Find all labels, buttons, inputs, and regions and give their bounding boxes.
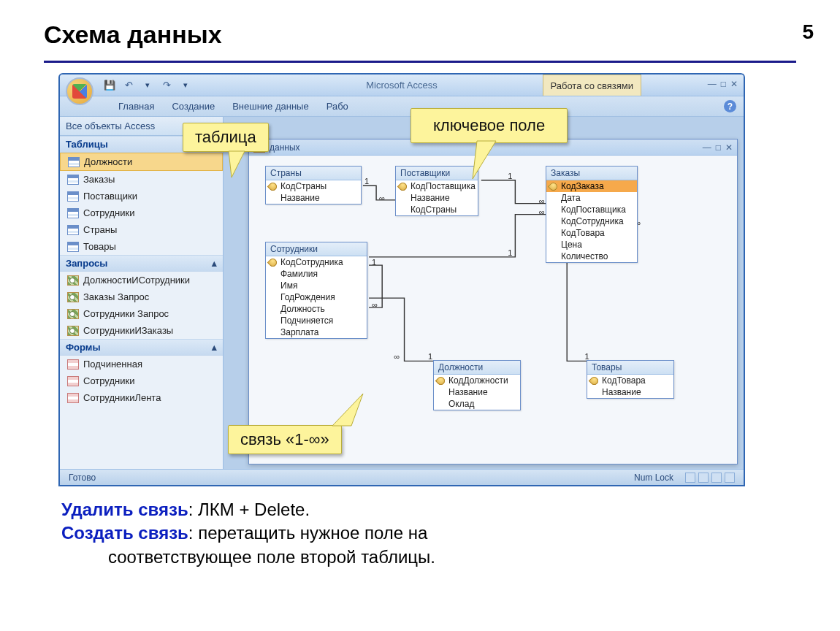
svg-text:1: 1 bbox=[364, 177, 369, 186]
nav-item[interactable]: Заказы Запрос bbox=[60, 288, 223, 305]
callout-tail-icon bbox=[332, 404, 369, 433]
redo-icon[interactable]: ↷ bbox=[159, 78, 174, 93]
status-left: Готово bbox=[69, 473, 96, 483]
ribbon-tab-db-tools[interactable]: Рабо bbox=[327, 101, 348, 112]
context-tab[interactable]: Работа со связями bbox=[543, 74, 642, 96]
callout-key-field: ключевое поле bbox=[411, 108, 568, 143]
titlebar: 💾 ↶ ▾ ↷ ▾ Microsoft Access Работа со свя… bbox=[60, 74, 744, 96]
schema-table-title: Товары bbox=[587, 361, 673, 375]
schema-table-sotrudniki[interactable]: СотрудникиКодСотрудникаФамилияИмяГодРожд… bbox=[265, 242, 367, 339]
nav-item[interactable]: СотрудникиИЗаказы bbox=[60, 322, 223, 339]
create-relation-label: Создать связь bbox=[61, 523, 188, 543]
schema-field[interactable]: КодПоставщика bbox=[546, 204, 637, 215]
ribbon-tab-home[interactable]: Главная bbox=[118, 101, 154, 112]
nav-item[interactable]: Поставщики bbox=[60, 188, 223, 204]
schema-table-postavshiki[interactable]: ПоставщикиКодПоставщикаНазваниеКодСтраны bbox=[395, 166, 478, 216]
schema-table-title: Страны bbox=[266, 167, 361, 180]
schema-field[interactable]: Имя bbox=[266, 280, 367, 291]
svg-text:∞: ∞ bbox=[372, 301, 378, 310]
ribbon-tabs: Главная Создание Внешние данные Рабо ? bbox=[60, 96, 744, 117]
svg-text:∞: ∞ bbox=[539, 196, 545, 205]
schema-field[interactable]: КодТовара bbox=[587, 375, 673, 386]
callout-relation: связь «1-∞» bbox=[228, 425, 342, 454]
schema-field[interactable]: Название bbox=[434, 386, 520, 398]
schema-field[interactable]: КодСтраны bbox=[266, 180, 361, 192]
nav-item[interactable]: Сотрудники bbox=[60, 372, 223, 389]
ribbon-tab-create[interactable]: Создание bbox=[172, 101, 215, 112]
nav-item-label: ДолжностиИСотрудники bbox=[83, 275, 190, 286]
schema-field[interactable]: Зарплата bbox=[266, 326, 367, 338]
schema-field[interactable]: Фамилия bbox=[266, 268, 367, 280]
close-icon[interactable]: ✕ bbox=[730, 79, 738, 89]
table-icon bbox=[67, 191, 79, 202]
nav-item[interactable]: ДолжностиИСотрудники bbox=[60, 272, 223, 288]
callout-tail-icon bbox=[229, 151, 258, 180]
delete-relation-label: Удалить связь bbox=[61, 500, 188, 519]
schema-field[interactable]: КодСотрудника bbox=[546, 215, 637, 227]
nav-item[interactable]: Сотрудники Запрос bbox=[60, 305, 223, 322]
schema-table-title: Сотрудники bbox=[266, 242, 367, 256]
navigation-pane: Все объекты Access ▾ « Таблицы▴Должности… bbox=[60, 117, 224, 469]
schema-field[interactable]: Название bbox=[266, 192, 361, 204]
schema-field[interactable]: КодСотрудника bbox=[266, 256, 367, 268]
save-icon[interactable]: 💾 bbox=[102, 78, 117, 93]
undo-icon[interactable]: ↶ bbox=[121, 78, 136, 93]
schema-field[interactable]: Оклад bbox=[434, 398, 520, 410]
nav-item[interactable]: Страны bbox=[60, 221, 223, 238]
undo-dropdown-icon[interactable]: ▾ bbox=[140, 78, 155, 93]
nav-item-label: Сотрудники bbox=[83, 207, 134, 218]
access-window: 💾 ↶ ▾ ↷ ▾ Microsoft Access Работа со свя… bbox=[58, 73, 745, 486]
schema-field[interactable]: КодЗаказа bbox=[546, 180, 637, 192]
child-maximize-icon[interactable]: □ bbox=[716, 142, 721, 153]
nav-item[interactable]: Должности bbox=[60, 153, 223, 171]
schema-table-title: Поставщики bbox=[396, 167, 478, 180]
nav-item-label: Должности bbox=[84, 156, 132, 167]
schema-field[interactable]: Название bbox=[587, 386, 673, 398]
schema-table-tovary[interactable]: ТоварыКодТовараНазвание bbox=[587, 360, 674, 399]
schema-table-strany[interactable]: СтраныКодСтраныНазвание bbox=[265, 166, 362, 204]
schema-table-dolzhnosti[interactable]: ДолжностиКодДолжностиНазваниеОклад bbox=[433, 360, 521, 410]
schema-field[interactable]: Цена bbox=[546, 239, 637, 251]
schema-field[interactable]: ГодРождения bbox=[266, 291, 367, 303]
child-minimize-icon[interactable]: — bbox=[703, 142, 711, 153]
svg-text:1: 1 bbox=[508, 248, 512, 257]
nav-group-header[interactable]: Формы▴ bbox=[60, 339, 223, 356]
query-icon bbox=[67, 326, 79, 336]
callout-table: таблица bbox=[183, 123, 269, 152]
maximize-icon[interactable]: □ bbox=[721, 79, 726, 89]
ribbon-tab-external[interactable]: Внешние данные bbox=[232, 101, 309, 112]
nav-item-label: Товары bbox=[83, 241, 116, 252]
nav-group-header[interactable]: Запросы▴ bbox=[60, 255, 223, 272]
schema-field[interactable]: КодТовара bbox=[546, 227, 637, 239]
nav-item[interactable]: Подчиненная bbox=[60, 356, 223, 372]
schema-field[interactable]: Дата bbox=[546, 192, 637, 204]
schema-field[interactable]: КодСтраны bbox=[396, 204, 478, 215]
schema-field[interactable]: КодПоставщика bbox=[396, 180, 478, 192]
page-number: 5 bbox=[802, 20, 814, 44]
schema-field[interactable]: Название bbox=[396, 192, 478, 204]
svg-marker-13 bbox=[473, 141, 496, 179]
nav-item[interactable]: Заказы bbox=[60, 171, 223, 188]
relationships-window: данных — □ ✕ 1 ∞ bbox=[248, 139, 738, 464]
schema-field[interactable]: Количество bbox=[546, 251, 637, 262]
schema-table-zakazy[interactable]: ЗаказыКодЗаказаДатаКодПоставщикаКодСотру… bbox=[546, 166, 638, 263]
relationships-canvas[interactable]: 1 ∞ 1 ∞ 1 ∞ ∞ 1 bbox=[249, 156, 737, 464]
schema-table-title: Должности bbox=[434, 361, 520, 375]
nav-item[interactable]: Сотрудники bbox=[60, 204, 223, 221]
svg-text:∞: ∞ bbox=[379, 194, 385, 202]
child-close-icon[interactable]: ✕ bbox=[725, 142, 733, 153]
nav-item-label: Заказы bbox=[83, 174, 115, 185]
schema-field[interactable]: Подчиняется bbox=[266, 315, 367, 326]
nav-item[interactable]: Товары bbox=[60, 238, 223, 255]
help-icon[interactable]: ? bbox=[724, 100, 736, 112]
form-icon bbox=[67, 359, 79, 370]
qat-customize-icon[interactable]: ▾ bbox=[178, 78, 193, 93]
table-icon bbox=[68, 157, 80, 167]
view-switcher[interactable] bbox=[685, 473, 735, 483]
schema-field[interactable]: Должность bbox=[266, 303, 367, 315]
nav-item[interactable]: СотрудникиЛента bbox=[60, 389, 223, 406]
minimize-icon[interactable]: — bbox=[708, 79, 717, 89]
instructions: Удалить связь: ЛКМ + Delete. Создать свя… bbox=[61, 498, 796, 569]
office-button[interactable] bbox=[66, 77, 93, 105]
schema-field[interactable]: КодДолжности bbox=[434, 375, 520, 386]
